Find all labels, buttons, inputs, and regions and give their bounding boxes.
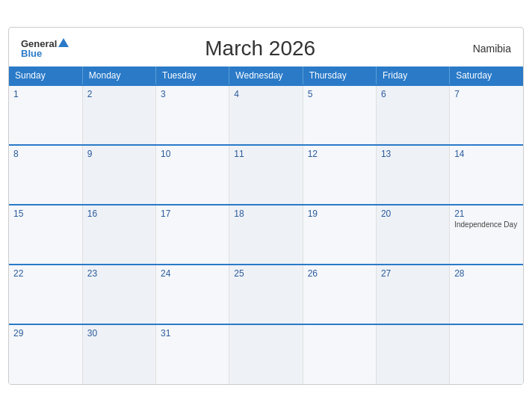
logo-triangle-icon bbox=[58, 38, 69, 47]
day-number: 27 bbox=[381, 268, 445, 279]
day-number: 31 bbox=[161, 328, 224, 339]
header-wednesday: Wednesday bbox=[229, 67, 303, 85]
day-cell: 11 bbox=[229, 145, 303, 205]
day-cell: 13 bbox=[376, 145, 449, 205]
day-cell: 6 bbox=[376, 85, 449, 145]
header-saturday: Saturday bbox=[450, 67, 523, 85]
logo-general: General bbox=[21, 39, 57, 49]
day-cell: 5 bbox=[303, 85, 376, 145]
day-number: 23 bbox=[87, 268, 151, 279]
week-row-5: 293031 bbox=[9, 324, 523, 384]
day-number: 14 bbox=[454, 149, 519, 159]
day-cell: 28 bbox=[450, 265, 523, 324]
day-cell: 15 bbox=[9, 205, 82, 265]
week-row-1: 1234567 bbox=[9, 85, 523, 145]
day-cell bbox=[229, 324, 303, 384]
day-number: 22 bbox=[13, 268, 78, 279]
day-number: 24 bbox=[161, 268, 224, 279]
day-number: 2 bbox=[87, 89, 151, 99]
day-cell: 17 bbox=[156, 205, 229, 265]
header-monday: Monday bbox=[82, 67, 155, 85]
day-cell: 10 bbox=[156, 145, 229, 205]
week-row-2: 891011121314 bbox=[9, 145, 523, 205]
day-cell: 22 bbox=[9, 265, 82, 324]
calendar-header: General Blue March 2026 Namibia bbox=[9, 28, 523, 67]
day-number: 12 bbox=[308, 149, 371, 159]
day-number: 20 bbox=[381, 208, 445, 219]
day-number: 15 bbox=[13, 208, 78, 219]
day-number: 8 bbox=[13, 149, 78, 159]
day-cell: 8 bbox=[9, 145, 82, 205]
day-number: 17 bbox=[161, 208, 224, 219]
day-cell: 7 bbox=[450, 85, 523, 145]
logo-blue: Blue bbox=[21, 49, 42, 58]
day-number: 3 bbox=[161, 89, 224, 99]
day-cell: 21Independence Day bbox=[450, 205, 523, 265]
day-cell: 24 bbox=[156, 265, 229, 324]
day-number: 25 bbox=[234, 268, 297, 279]
day-number: 29 bbox=[13, 328, 78, 339]
header-tuesday: Tuesday bbox=[156, 67, 229, 85]
day-number: 26 bbox=[308, 268, 371, 279]
day-cell: 29 bbox=[9, 324, 82, 384]
day-cell: 2 bbox=[82, 85, 155, 145]
week-row-4: 22232425262728 bbox=[9, 265, 523, 324]
header-sunday: Sunday bbox=[9, 67, 82, 85]
day-number: 9 bbox=[87, 149, 151, 159]
header-thursday: Thursday bbox=[303, 67, 376, 85]
day-number: 16 bbox=[87, 208, 151, 219]
day-cell: 3 bbox=[156, 85, 229, 145]
country-label: Namibia bbox=[451, 43, 511, 55]
calendar-body: 123456789101112131415161718192021Indepen… bbox=[9, 85, 523, 384]
day-number: 6 bbox=[381, 89, 445, 99]
day-cell: 26 bbox=[303, 265, 376, 324]
day-cell: 4 bbox=[229, 85, 303, 145]
day-cell: 19 bbox=[303, 205, 376, 265]
day-cell bbox=[450, 324, 523, 384]
day-cell: 20 bbox=[376, 205, 449, 265]
header-friday: Friday bbox=[376, 67, 449, 85]
day-cell: 31 bbox=[156, 324, 229, 384]
day-number: 1 bbox=[13, 89, 78, 99]
day-cell: 14 bbox=[450, 145, 523, 205]
day-cell: 18 bbox=[229, 205, 303, 265]
day-cell: 23 bbox=[82, 265, 155, 324]
calendar-grid: Sunday Monday Tuesday Wednesday Thursday… bbox=[9, 67, 523, 384]
day-number: 18 bbox=[234, 208, 297, 219]
day-cell bbox=[376, 324, 449, 384]
day-cell: 1 bbox=[9, 85, 82, 145]
calendar-container: General Blue March 2026 Namibia Sunday M… bbox=[8, 27, 524, 385]
day-cell: 27 bbox=[376, 265, 449, 324]
day-cell: 25 bbox=[229, 265, 303, 324]
day-number: 5 bbox=[308, 89, 371, 99]
day-cell: 16 bbox=[82, 205, 155, 265]
day-number: 28 bbox=[454, 268, 519, 279]
day-event: Independence Day bbox=[454, 220, 517, 229]
day-cell bbox=[303, 324, 376, 384]
day-number: 30 bbox=[87, 328, 151, 339]
calendar-title: March 2026 bbox=[69, 37, 451, 61]
day-cell: 12 bbox=[303, 145, 376, 205]
day-number: 19 bbox=[308, 208, 371, 219]
day-number: 13 bbox=[381, 149, 445, 159]
weekday-header-row: Sunday Monday Tuesday Wednesday Thursday… bbox=[9, 67, 523, 85]
day-number: 10 bbox=[161, 149, 224, 159]
logo: General Blue bbox=[21, 38, 69, 58]
day-cell: 30 bbox=[82, 324, 155, 384]
week-row-3: 15161718192021Independence Day bbox=[9, 205, 523, 265]
day-number: 4 bbox=[234, 89, 297, 99]
day-number: 11 bbox=[234, 149, 297, 159]
day-number: 7 bbox=[454, 89, 519, 99]
day-cell: 9 bbox=[82, 145, 155, 205]
day-number: 21 bbox=[454, 208, 519, 219]
